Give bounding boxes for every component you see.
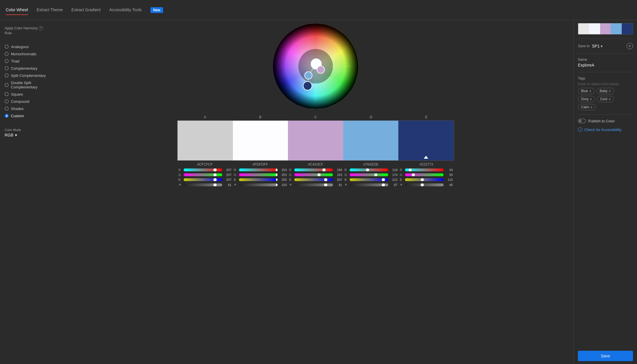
alpha-channel-label: ☀ [289, 183, 293, 187]
harmony-item-label: Double Split Complementary [11, 81, 53, 89]
slider-col-c: #C4A3CFR196G163B207☀81 [288, 162, 343, 188]
alpha-slider-track[interactable] [294, 183, 333, 186]
harmony-item-custom[interactable]: Custom [5, 112, 53, 120]
r-slider-value: 253 [279, 168, 287, 172]
g-slider-track[interactable] [405, 173, 444, 176]
tag-cool[interactable]: Cool+ [597, 96, 614, 102]
r-slider-thumb [366, 168, 369, 171]
publish-toggle[interactable] [578, 119, 586, 123]
divider-3 [578, 72, 633, 72]
b-slider-track[interactable] [350, 178, 388, 181]
r-slider-thumb [276, 168, 278, 171]
r-slider-thumb [213, 168, 217, 171]
slider-col-e: #223773R34G55B115☀45 [399, 162, 454, 188]
g-slider-track[interactable] [239, 173, 278, 176]
accessibility-link[interactable]: i Check for Accessibility [578, 127, 633, 132]
radio-circle [5, 59, 9, 63]
radio-circle [5, 99, 9, 103]
r-slider-track[interactable] [405, 168, 444, 171]
tab-color-wheel[interactable]: Color Wheel [6, 5, 28, 15]
swatch-e[interactable] [398, 121, 454, 160]
b-slider-track[interactable] [184, 178, 222, 181]
r-slider-track[interactable] [184, 168, 222, 171]
alpha-channel-label: ☀ [234, 183, 238, 187]
theme-preview-swatch-3 [611, 23, 622, 34]
g-slider-thumb [276, 173, 278, 176]
alpha-slider-track[interactable] [184, 183, 222, 186]
tag-add-icon: + [590, 97, 592, 101]
tag-blue[interactable]: Blue+ [578, 88, 595, 94]
g-slider-track[interactable] [184, 173, 222, 176]
center-panel: A B C D E #CFCFCFR207G207B207☀81#FDFDFFR… [58, 20, 574, 364]
r-slider-track[interactable] [294, 168, 333, 171]
accessibility-label: Check for Accessibility [584, 128, 621, 132]
save-to-select-wrapper[interactable]: SP1 ▾ [592, 44, 624, 48]
r-slider-track[interactable] [350, 168, 388, 171]
swatch-active-indicator [424, 156, 428, 159]
swatch-b[interactable] [233, 121, 288, 160]
harmony-item-square[interactable]: Square [5, 91, 53, 98]
harmony-item-label: Triad [11, 59, 19, 63]
swatch-label-a: A [177, 115, 233, 119]
b-slider-track[interactable] [294, 178, 333, 181]
b-slider-thumb [324, 178, 327, 181]
add-palette-button[interactable]: + [627, 43, 633, 49]
tags-input[interactable]: Enter or Select from below [578, 82, 633, 86]
alpha-slider-value: 81 [223, 183, 231, 187]
radio-circle [5, 107, 9, 111]
harmony-item-label: Analogous [11, 45, 29, 49]
swatch-c[interactable] [288, 121, 343, 160]
swatch-a[interactable] [178, 121, 233, 160]
tag-baby[interactable]: Baby+ [596, 88, 614, 94]
swatch-label-c: C [288, 115, 343, 119]
tab-accessibility-tools[interactable]: Accessibility Tools [109, 5, 142, 15]
tag-calm[interactable]: Calm+ [578, 104, 596, 110]
r-slider-track[interactable] [239, 168, 278, 171]
b-slider-track[interactable] [239, 178, 278, 181]
harmony-item-compound[interactable]: Compound [5, 98, 53, 105]
name-value[interactable]: ExploreA [578, 62, 633, 68]
info-icon[interactable]: ? [39, 26, 43, 31]
slider-row-b: B115 [400, 178, 453, 181]
harmony-item-label: Monochromatic [11, 52, 37, 56]
color-mode-value: RGB [5, 133, 13, 137]
harmony-item-complementary[interactable]: Complementary [5, 65, 53, 72]
harmony-item-double-split-complementary[interactable]: Double Split Complementary [5, 79, 53, 91]
info-circle-icon: i [578, 127, 583, 132]
save-button[interactable]: Save [578, 351, 633, 361]
g-slider-track[interactable] [350, 173, 388, 176]
b-channel-label: B [289, 178, 293, 181]
r-channel-label: R [234, 168, 238, 172]
b-slider-value: 207 [223, 178, 231, 181]
sliders-columns: #CFCFCFR207G207B207☀81#FDFDFFR253G253B25… [177, 162, 454, 188]
alpha-slider-track[interactable] [350, 183, 388, 186]
alpha-slider-track[interactable] [239, 183, 278, 186]
alpha-slider-track[interactable] [405, 183, 444, 186]
harmony-item-triad[interactable]: Triad [5, 58, 53, 65]
g-slider-track[interactable] [294, 173, 333, 176]
b-slider-thumb [213, 178, 217, 181]
swatch-d[interactable] [343, 121, 399, 160]
new-badge[interactable]: New [150, 7, 163, 13]
harmony-item-label: Compound [11, 99, 29, 104]
tab-extract-gradient[interactable]: Extract Gradient [71, 5, 101, 15]
color-wheel[interactable] [272, 23, 359, 109]
main-layout: Apply Color Harmony Rule ? AnalogousMono… [0, 20, 637, 364]
harmony-item-monochromatic[interactable]: Monochromatic [5, 50, 53, 58]
b-channel-label: B [178, 178, 182, 181]
tab-extract-theme[interactable]: Extract Theme [37, 5, 63, 15]
tag-grey[interactable]: Grey+ [578, 96, 595, 102]
slider-row-alpha: ☀45 [400, 183, 453, 187]
wheel-node-e[interactable] [303, 81, 312, 90]
wheel-node-d[interactable] [305, 72, 312, 79]
harmony-item-analogous[interactable]: Analogous [5, 43, 53, 50]
harmony-item-split-complementary[interactable]: Split Complementary [5, 72, 53, 79]
wheel-node-c[interactable] [317, 66, 325, 73]
harmony-item-shades[interactable]: Shades [5, 105, 53, 112]
radio-circle [5, 66, 9, 70]
b-slider-track[interactable] [405, 178, 444, 181]
slider-row-g: G207 [178, 173, 231, 177]
color-mode-select[interactable]: RGB ▾ [5, 133, 53, 137]
swatch-label-b: B [233, 115, 288, 119]
theme-preview-swatch-2 [600, 23, 611, 34]
